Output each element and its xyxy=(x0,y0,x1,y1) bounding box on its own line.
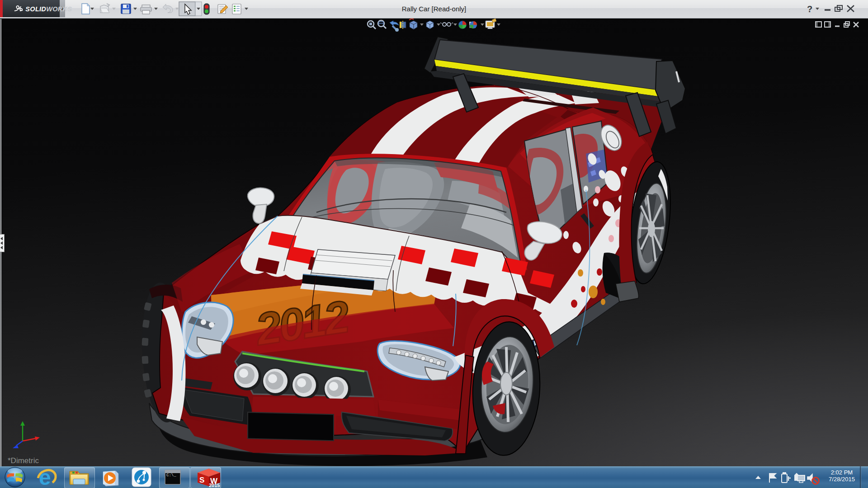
svg-text:C:\_: C:\_ xyxy=(166,473,176,478)
svg-text:2015: 2015 xyxy=(209,483,220,488)
svg-text:?: ? xyxy=(807,4,812,14)
svg-text:S: S xyxy=(199,476,204,484)
